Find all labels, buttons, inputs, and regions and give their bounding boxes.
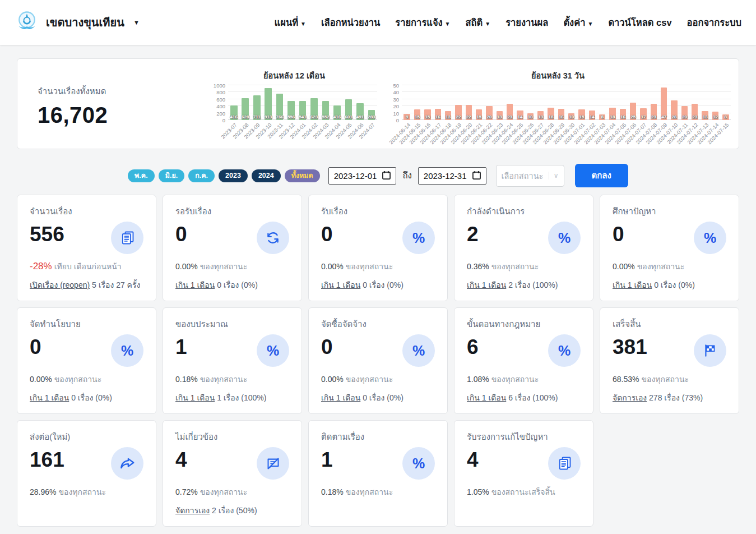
bar: 10: [525, 85, 535, 120]
filter-chip-3[interactable]: 2023: [219, 169, 248, 182]
filter-chip-0[interactable]: พ.ค.: [128, 169, 155, 182]
y-tick-label: 1000: [214, 82, 225, 89]
card-link[interactable]: เกิน 1 เดือน: [175, 393, 215, 402]
card-value: 4: [467, 447, 479, 473]
card-link[interactable]: เกิน 1 เดือน: [467, 280, 506, 289]
filter-chip-1[interactable]: มิ.ย.: [159, 169, 185, 182]
card-link-line: เกิน 1 เดือน 0 เรื่อง (0%): [321, 279, 435, 291]
nav-item-0[interactable]: แผนที่▼: [275, 15, 306, 30]
bar-value-label: 491: [356, 115, 364, 119]
card-stat-value: 0.72%: [175, 487, 198, 496]
card-stat-suffix: ของทุกสถานะ: [346, 375, 393, 384]
nav-item-2[interactable]: รายการแจ้ง▼: [395, 15, 450, 30]
bar: 416: [228, 85, 239, 120]
calendar-icon: [382, 171, 391, 181]
bar-value-label: 283: [368, 115, 375, 119]
card-stat-line: 68.53%ของทุกสถานะ: [613, 373, 726, 385]
bar: 556: [285, 85, 296, 120]
date-from-input[interactable]: 2023-12-01: [328, 167, 397, 185]
bar: 8: [597, 85, 607, 120]
filter-chip-4[interactable]: 2024: [252, 169, 281, 182]
status-card: รับรองการแก้ไขปัญหา41.05%ของสถานะเสร็จสิ…: [454, 420, 593, 527]
card-stat-line: 1.08%ของทุกสถานะ: [467, 373, 581, 385]
nav-item-label: รายการแจ้ง: [395, 17, 442, 27]
card-stat-line: 0.00%ของทุกสถานะ: [613, 260, 726, 273]
bar: 22: [453, 85, 463, 120]
calendar-icon: [472, 171, 481, 181]
card-link[interactable]: เกิน 1 เดือน: [467, 393, 506, 402]
card-link[interactable]: จัดการเอง: [613, 393, 647, 402]
card-stat-suffix: ของทุกสถานะ: [58, 487, 106, 496]
card-value: 556: [30, 222, 64, 247]
percent-icon: %: [548, 222, 581, 254]
bar-value-label: 15: [415, 115, 420, 119]
card-title: รอรับเรื่อง: [175, 205, 289, 218]
date-range-to-label: ถึง: [402, 169, 411, 182]
y-tick-label: 200: [216, 110, 225, 116]
card-stat-line: 0.72%ของทุกสถานะ: [175, 486, 289, 498]
bar-value-label: 711: [253, 115, 261, 119]
nav-item-label: เลือกหน่วยงาน: [321, 17, 380, 27]
bar-value-label: 16: [559, 115, 564, 119]
nav-item-1[interactable]: เลือกหน่วยงาน: [321, 15, 380, 30]
nav-item-label: ตั้งค่า: [563, 17, 585, 27]
status-cards-grid: จำนวนเรื่อง556-28%เทียบ เดือนก่อนหน้าเปิ…: [17, 195, 739, 527]
nav-item-label: ดาวน์โหลด csv: [608, 17, 671, 27]
card-link[interactable]: เกิน 1 เดือน: [613, 280, 652, 289]
bar: 23: [504, 85, 514, 120]
nav-item-7[interactable]: ออกจากระบบ: [687, 15, 741, 30]
card-stat-suffix: เทียบ เดือนก่อนหน้า: [54, 262, 122, 271]
status-card: ศึกษาปัญหา0%0.00%ของทุกสถานะเกิน 1 เดือน…: [600, 195, 739, 301]
bar-value-label: 14: [590, 115, 595, 119]
bar-value-label: 552: [322, 115, 329, 119]
bar-value-label: 18: [549, 115, 554, 119]
card-link[interactable]: เกิน 1 เดือน: [321, 393, 360, 402]
card-stat-line: 1.05%ของสถานะเสร็จสิ้น: [467, 486, 581, 498]
nav-item-5[interactable]: ตั้งค่า▼: [563, 15, 593, 30]
nav-item-3[interactable]: สถิติ▼: [466, 15, 491, 30]
chevron-down-icon: ∨: [549, 172, 559, 179]
status-card: ส่งต่อ(ใหม่)16128.96%ของทุกสถานะ: [17, 420, 156, 527]
bar: 601: [343, 85, 354, 120]
district-switcher[interactable]: เขตบางขุนเทียน ▼: [15, 9, 140, 36]
bar: 16: [556, 85, 566, 120]
card-stat-suffix: ของสถานะเสร็จสิ้น: [491, 487, 555, 496]
card-stat-value: 0.00%: [321, 262, 344, 271]
bar-value-label: 18: [610, 115, 615, 119]
card-value: 1: [175, 334, 187, 360]
card-link[interactable]: เกิน 1 เดือน: [175, 280, 215, 289]
card-link[interactable]: จัดการเอง: [175, 506, 210, 515]
filter-chip-5[interactable]: ทั้งหมด: [285, 169, 320, 182]
percent-icon: %: [111, 334, 143, 367]
card-stat-suffix: ของทุกสถานะ: [346, 262, 393, 271]
nav-item-4[interactable]: รายงานผล: [505, 15, 548, 30]
card-title: ศึกษาปัญหา: [613, 205, 726, 218]
card-title: รับรองการแก้ไขปัญหา: [467, 430, 581, 444]
card-stat-suffix: ของทุกสถานะ: [200, 375, 248, 384]
card-value: 0: [175, 222, 187, 247]
apply-filter-button[interactable]: ตกลง: [575, 164, 628, 187]
card-link-rest: 2 เรื่อง (100%): [508, 280, 558, 289]
chart-31-days-title: ย้อนหลัง 31 วัน: [385, 69, 731, 82]
date-to-input[interactable]: 2023-12-31: [418, 167, 486, 185]
card-value: 0: [613, 222, 624, 247]
card-link-rest: 0 เรื่อง (0%): [654, 280, 695, 289]
card-link[interactable]: เกิน 1 เดือน: [30, 393, 69, 402]
bar-value-label: 623: [310, 115, 318, 119]
y-axis: 01020304050: [385, 85, 402, 120]
bar-value-label: 22: [456, 115, 461, 119]
status-select[interactable]: เลือกสถานะ ∨: [496, 165, 564, 187]
percent-icon: %: [257, 334, 289, 367]
bar: 16: [433, 85, 443, 120]
filter-chip-2[interactable]: ก.ค.: [188, 169, 215, 182]
card-stat-suffix: ของทุกสถานะ: [346, 487, 393, 496]
card-link[interactable]: เปิดเรื่อง (reopen): [30, 280, 90, 289]
bar-value-label: 16: [620, 115, 625, 119]
card-link[interactable]: เกิน 1 เดือน: [321, 280, 360, 289]
bar: 13: [443, 85, 453, 120]
nav-item-label: รายงานผล: [505, 17, 548, 27]
documents-icon: [548, 447, 581, 480]
nav-item-6[interactable]: ดาวน์โหลด csv: [608, 15, 671, 30]
bar: 23: [690, 85, 700, 120]
card-link-line: เกิน 1 เดือน 0 เรื่อง (0%): [30, 392, 143, 404]
